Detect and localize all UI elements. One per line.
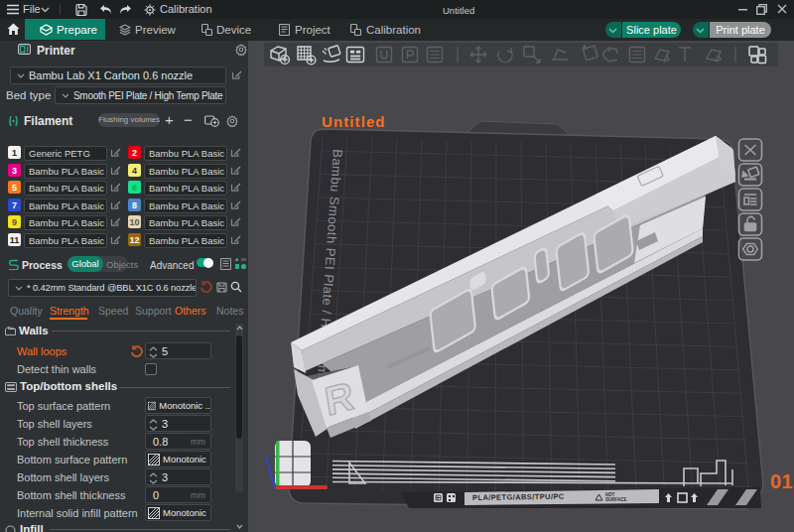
- svg-text:PLA/PETG/ABS/TPU/PC: PLA/PETG/ABS/TPU/PC: [472, 492, 565, 502]
- svg-text:01: 01: [770, 470, 793, 492]
- svg-text:SURFACE: SURFACE: [605, 497, 627, 502]
- svg-text:Untitled: Untitled: [322, 113, 386, 130]
